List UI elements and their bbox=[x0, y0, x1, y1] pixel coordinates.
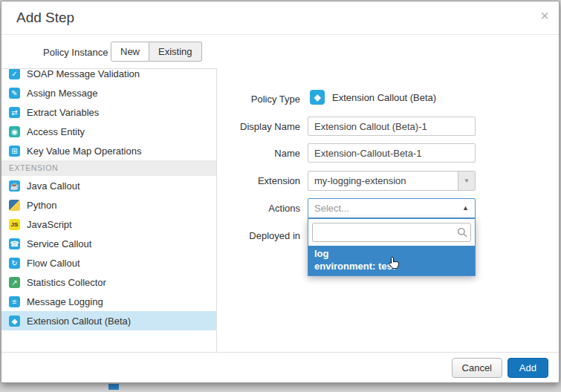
sidebar-item-label: Message Logging bbox=[27, 296, 103, 307]
add-button[interactable]: Add bbox=[508, 358, 548, 378]
sidebar-item-label: Flow Callout bbox=[27, 258, 80, 269]
service-callout-icon: ☎ bbox=[9, 238, 20, 249]
sidebar-item-python[interactable]: Python bbox=[1, 195, 216, 215]
extension-section-header: EXTENSION bbox=[1, 160, 216, 176]
message-logging-icon: ≡ bbox=[9, 296, 20, 307]
sidebar-item-key-value-map-operations[interactable]: ⊞ Key Value Map Operations bbox=[1, 141, 216, 160]
soap-message-validation-icon: ✓ bbox=[9, 68, 20, 79]
display-name-input[interactable] bbox=[308, 117, 476, 136]
sidebar-item-javascript[interactable]: JS JavaScript bbox=[1, 215, 216, 234]
sidebar-item-soap-message-validation[interactable]: ✓ SOAP Message Validation bbox=[1, 68, 216, 83]
access-entity-icon: ◉ bbox=[9, 126, 20, 137]
actions-combobox[interactable]: Select... ▲ bbox=[308, 198, 476, 218]
policy-type-label: Policy Type bbox=[222, 94, 300, 105]
extension-label: Extension bbox=[222, 175, 300, 186]
extension-callout-icon: ◆ bbox=[9, 316, 20, 327]
tab-new[interactable]: New bbox=[111, 42, 149, 62]
policy-type-text: Extension Callout (Beta) bbox=[332, 92, 436, 103]
modal-header: Add Step × bbox=[1, 1, 559, 35]
extension-select[interactable]: my-logging-extension ▼ bbox=[308, 171, 476, 191]
display-name-label: Display Name bbox=[222, 121, 300, 132]
sidebar-item-label: Extension Callout (Beta) bbox=[27, 316, 131, 327]
name-input[interactable] bbox=[308, 143, 476, 163]
add-step-modal: Add Step × Policy Instance New Existing … bbox=[1, 1, 560, 383]
sidebar-item-label: Python bbox=[27, 200, 56, 211]
close-icon[interactable]: × bbox=[540, 7, 549, 24]
sidebar-item-access-entity[interactable]: ◉ Access Entity bbox=[1, 122, 216, 141]
policy-instance-row: Policy Instance New Existing bbox=[1, 36, 559, 68]
sidebar-item-assign-message[interactable]: ✎ Assign Message bbox=[1, 83, 216, 102]
actions-combobox-value: Select... bbox=[314, 203, 349, 214]
modal-footer: Cancel Add bbox=[1, 352, 559, 382]
policy-list-sidebar: ✓ SOAP Message Validation ✎ Assign Messa… bbox=[1, 68, 217, 354]
extract-variables-icon: ⇄ bbox=[9, 107, 20, 118]
actions-dropdown-panel: log environment: test bbox=[308, 218, 476, 276]
actions-search-input[interactable] bbox=[312, 223, 471, 242]
actions-option-log[interactable]: log environment: test bbox=[308, 246, 475, 275]
sidebar-item-label: Java Callout bbox=[27, 180, 80, 192]
sidebar-item-label: Assign Message bbox=[27, 88, 97, 99]
python-icon bbox=[9, 200, 20, 211]
actions-option-name: log bbox=[314, 247, 469, 260]
policy-instance-label: Policy Instance bbox=[43, 47, 108, 58]
chevron-up-icon: ▲ bbox=[462, 204, 469, 212]
sidebar-item-extract-variables[interactable]: ⇄ Extract Variables bbox=[1, 102, 216, 122]
page-behind-fragment bbox=[108, 384, 119, 390]
name-label: Name bbox=[222, 148, 300, 159]
sidebar-item-label: JavaScript bbox=[27, 219, 72, 230]
chevron-down-icon[interactable]: ▼ bbox=[458, 172, 475, 190]
sidebar-item-statistics-collector[interactable]: ↗ Statistics Collector bbox=[1, 272, 216, 292]
javascript-icon: JS bbox=[9, 219, 20, 230]
policy-type-value: ◆ Extension Callout (Beta) bbox=[310, 89, 436, 105]
statistics-collector-icon: ↗ bbox=[9, 277, 20, 288]
deployed-in-label: Deployed in bbox=[222, 230, 300, 241]
sidebar-item-extension-callout-beta[interactable]: ◆ Extension Callout (Beta) bbox=[1, 311, 216, 330]
extension-select-value: my-logging-extension bbox=[314, 175, 406, 186]
sidebar-item-message-logging[interactable]: ≡ Message Logging bbox=[1, 292, 216, 311]
sidebar-item-label: Extract Variables bbox=[27, 107, 99, 118]
page-title: Add Step bbox=[16, 10, 74, 26]
java-callout-icon: ☕ bbox=[9, 180, 20, 192]
sidebar-item-label: Service Callout bbox=[27, 238, 91, 249]
key-value-map-operations-icon: ⊞ bbox=[9, 146, 20, 157]
assign-message-icon: ✎ bbox=[9, 88, 20, 99]
extension-callout-icon: ◆ bbox=[310, 90, 325, 105]
sidebar-item-label: SOAP Message Validation bbox=[27, 68, 140, 79]
actions-option-detail: environment: test bbox=[314, 260, 469, 272]
sidebar-item-flow-callout[interactable]: ↻ Flow Callout bbox=[1, 253, 216, 272]
page-behind-strip bbox=[0, 383, 561, 392]
actions-search bbox=[312, 223, 471, 242]
sidebar-item-label: Access Entity bbox=[27, 126, 85, 137]
cancel-button[interactable]: Cancel bbox=[452, 358, 502, 378]
search-icon bbox=[457, 227, 467, 238]
sidebar-item-label: Statistics Collector bbox=[27, 277, 106, 288]
actions-label: Actions bbox=[222, 203, 300, 214]
flow-callout-icon: ↻ bbox=[9, 258, 20, 269]
tab-existing[interactable]: Existing bbox=[149, 42, 202, 62]
policy-instance-tabs: New Existing bbox=[111, 42, 202, 62]
sidebar-item-java-callout[interactable]: ☕ Java Callout bbox=[1, 176, 216, 195]
sidebar-item-label: Key Value Map Operations bbox=[27, 146, 141, 157]
policy-list: ✓ SOAP Message Validation ✎ Assign Messa… bbox=[1, 68, 216, 330]
sidebar-item-service-callout[interactable]: ☎ Service Callout bbox=[1, 234, 216, 253]
